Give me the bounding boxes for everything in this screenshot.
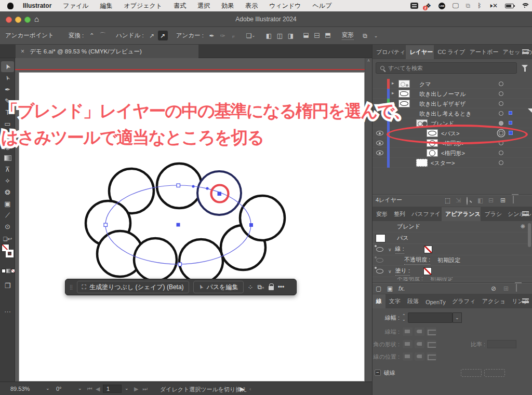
target-circle[interactable]: [499, 101, 503, 106]
more-options-icon[interactable]: •••: [278, 283, 285, 291]
screen-mode-icon[interactable]: ❐: [1, 280, 14, 291]
display-icon[interactable]: 🖵: [453, 3, 459, 9]
miter-join-icon[interactable]: [403, 340, 413, 348]
duplicate-icon[interactable]: ⧉+: [257, 283, 264, 291]
tab-transform[interactable]: 変形: [373, 207, 390, 221]
menu-illustrator[interactable]: Illustrator: [23, 2, 51, 9]
new-sublayer-icon[interactable]: ⊟: [488, 197, 494, 203]
target-circle[interactable]: [499, 91, 503, 96]
blend-circle[interactable]: [240, 196, 285, 240]
screen-mirroring-icon[interactable]: ⧉: [466, 3, 471, 9]
menu-view[interactable]: 表示: [245, 2, 258, 10]
options-chevron-icon[interactable]: ⌄: [371, 31, 381, 40]
shape-properties-icon[interactable]: ⧉: [360, 31, 370, 40]
align-center-icon[interactable]: ◫: [275, 31, 285, 40]
eyedropper-tool[interactable]: ✧: [1, 175, 14, 186]
appearance-panel-menu-icon[interactable]: [522, 211, 529, 216]
stroke-none-swatch[interactable]: [424, 246, 432, 253]
gradient-swatch-icon[interactable]: [6, 269, 10, 273]
tab-character[interactable]: 文字: [385, 294, 404, 308]
target-circle[interactable]: [499, 81, 503, 86]
mute-icon[interactable]: 🕨✕: [488, 3, 498, 9]
symbol-sprayer-tool[interactable]: ❂: [1, 187, 14, 198]
selection-square[interactable]: [509, 111, 512, 115]
generative-fill-button[interactable]: ⛶ 生成塗りつぶし (シェイプ) (Beta): [77, 281, 189, 293]
first-artboard-icon[interactable]: ⏮: [87, 386, 92, 392]
layers-search-input[interactable]: すべてを検索: [376, 62, 517, 74]
tab-opentype[interactable]: OpenTy: [422, 296, 448, 308]
anchor-point[interactable]: [177, 184, 180, 187]
anchor-point[interactable]: [249, 223, 253, 227]
add-fill-icon[interactable]: ▣: [387, 285, 393, 292]
tab-paragraph[interactable]: 段落: [404, 294, 422, 308]
selection-square[interactable]: [509, 121, 512, 125]
new-layer-icon[interactable]: ⊞: [500, 197, 506, 203]
tab-actions[interactable]: アクショ: [478, 294, 509, 308]
filter-icon[interactable]: [522, 65, 528, 69]
dropbox-icon[interactable]: ❖2: [425, 3, 431, 9]
fill-none-swatch[interactable]: [423, 267, 432, 275]
layer-row-kuma[interactable]: ▸ クマ: [373, 79, 532, 89]
center-point[interactable]: [177, 223, 180, 227]
opacity-value[interactable]: 初期設定: [437, 256, 460, 264]
gradient-tool[interactable]: [1, 153, 14, 164]
align-top-icon[interactable]: ◨: [302, 31, 312, 40]
play-icon[interactable]: ▶: [240, 386, 244, 392]
tab-graphic-styles[interactable]: グラフィ: [448, 294, 478, 308]
dashed-line-checkbox[interactable]: −: [375, 370, 381, 376]
visibility-eye-icon[interactable]: [376, 269, 383, 274]
align-stroke-center-icon[interactable]: [403, 352, 413, 361]
direction-handle-dot[interactable]: [192, 185, 194, 187]
target-circle[interactable]: [499, 151, 503, 155]
delete-layer-icon[interactable]: [513, 196, 514, 202]
round-join-icon[interactable]: [415, 340, 424, 348]
align-dash-icon[interactable]: [484, 369, 505, 377]
pen-tool[interactable]: ✒: [1, 84, 14, 95]
align-bottom-icon[interactable]: ◧: [324, 31, 334, 40]
artboard-number-input[interactable]: 1: [103, 385, 122, 393]
collect-for-export-icon[interactable]: ⬚: [445, 197, 450, 203]
clear-appearance-icon[interactable]: ⊘: [491, 285, 496, 292]
tab-stroke[interactable]: 線: [373, 294, 385, 308]
stroke-attribute-label[interactable]: 線 :: [395, 245, 404, 254]
align-stroke-inside-icon[interactable]: [415, 352, 424, 361]
convert-to-smooth-icon[interactable]: ⌒: [98, 31, 108, 40]
visibility-eye-icon[interactable]: [376, 151, 383, 155]
target-circle[interactable]: [499, 121, 503, 126]
appearance-header-row[interactable]: ブレンド ❋: [373, 221, 532, 233]
appearance-fill-row[interactable]: ∨ 塗り :: [373, 266, 532, 277]
visibility-eye-icon[interactable]: [376, 258, 383, 263]
expand-arrow-icon[interactable]: ▸: [392, 80, 394, 86]
stroke-panel-menu-icon[interactable]: [522, 298, 529, 303]
slice-tool[interactable]: ⟋: [1, 210, 14, 221]
add-stroke-icon[interactable]: ▢: [376, 285, 381, 292]
wifi-icon[interactable]: [521, 3, 528, 8]
align-left-icon[interactable]: ◧: [264, 31, 274, 40]
stroke-swatch-none[interactable]: [6, 250, 14, 257]
bevel-join-icon[interactable]: [427, 340, 436, 348]
tab-brushes[interactable]: ブラシ: [481, 207, 504, 221]
target-circle[interactable]: [499, 111, 503, 116]
tab-align[interactable]: 整列: [390, 207, 408, 221]
transform-link[interactable]: 変形: [342, 31, 354, 40]
zoom-dropdown-icon[interactable]: ⌄: [46, 386, 50, 391]
apple-logo-icon[interactable]: [7, 3, 14, 9]
menu-window[interactable]: ウィンドウ: [269, 2, 301, 10]
export-icon[interactable]: ⇲: [456, 197, 461, 203]
rotation-dropdown-icon[interactable]: ⌄: [78, 386, 82, 391]
last-artboard-icon[interactable]: ⏭: [142, 386, 148, 392]
close-document-icon[interactable]: ×: [21, 48, 24, 55]
layer-row-ellipse-2[interactable]: <楕円形>: [373, 148, 532, 158]
tab-artboards[interactable]: アートボー: [466, 45, 499, 59]
battery-icon[interactable]: [505, 4, 514, 8]
align-middle-icon[interactable]: ◫: [313, 31, 323, 40]
document-tab[interactable]: × デモ 6.ai* @ 89.53 % (CMYK/プレビュー): [16, 45, 198, 58]
draw-mode-icon[interactable]: ❏↩: [1, 234, 14, 244]
appearance-path-row[interactable]: パス: [373, 233, 532, 244]
next-artboard-icon[interactable]: ▶: [134, 386, 138, 392]
stroke-weight-input[interactable]: [408, 312, 453, 323]
duplicate-item-icon[interactable]: ⊞: [503, 285, 509, 292]
tourbox-icon[interactable]: [410, 3, 418, 9]
add-effect-label[interactable]: fx.: [398, 285, 405, 292]
selected-anchor-point[interactable]: [218, 192, 222, 196]
